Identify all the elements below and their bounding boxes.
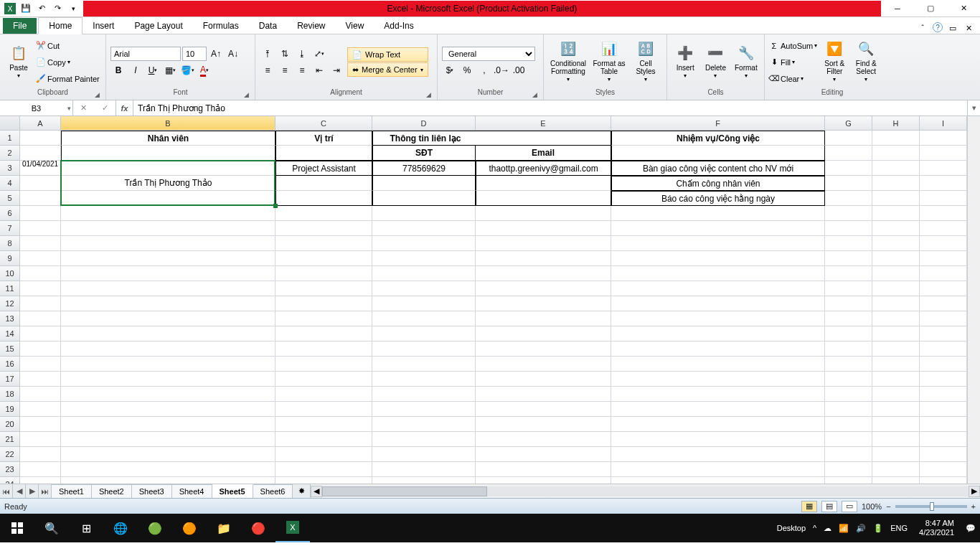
cell-F10[interactable]: [611, 266, 825, 281]
cell-E16[interactable]: [476, 357, 611, 372]
cell-I14[interactable]: [920, 326, 967, 342]
format-painter-icon[interactable]: 🖌️: [36, 74, 46, 84]
cell-H1[interactable]: [872, 131, 920, 146]
cell-A9[interactable]: [20, 251, 61, 266]
cell-G3[interactable]: [825, 161, 872, 176]
format-cells-button[interactable]: 🔧Format▾: [732, 44, 760, 81]
cell-E14[interactable]: [476, 326, 611, 342]
cell-E8[interactable]: [476, 236, 611, 251]
col-header-B[interactable]: B: [61, 116, 275, 131]
cell-E1[interactable]: [476, 131, 611, 146]
cell-I6[interactable]: [920, 206, 967, 221]
cell-H4[interactable]: [872, 176, 920, 191]
cell-I1[interactable]: [920, 131, 967, 146]
cell-I24[interactable]: [920, 477, 967, 484]
window-restore-icon[interactable]: ▭: [947, 22, 958, 34]
start-button[interactable]: [0, 514, 34, 542]
align-center-icon[interactable]: ≡: [277, 63, 293, 77]
fill-icon[interactable]: ⬇: [769, 57, 779, 67]
sheet-tab-Sheet3[interactable]: Sheet3: [132, 484, 172, 498]
cell-E19[interactable]: [476, 402, 611, 417]
row-header-15[interactable]: 15: [0, 342, 20, 357]
cell-A14[interactable]: [20, 326, 61, 342]
cell-B16[interactable]: [61, 357, 275, 372]
cell-C8[interactable]: [275, 236, 372, 251]
cell-G4[interactable]: [825, 176, 872, 191]
cell-B9[interactable]: [61, 251, 275, 266]
cell-G12[interactable]: [825, 296, 872, 311]
cell-C17[interactable]: [275, 372, 372, 387]
col-header-E[interactable]: E: [476, 116, 611, 131]
font-name-select[interactable]: [110, 47, 181, 61]
cell-A5[interactable]: [20, 191, 61, 206]
cell-A16[interactable]: [20, 357, 61, 372]
cell-B10[interactable]: [61, 266, 275, 281]
row-header-11[interactable]: 11: [0, 281, 20, 296]
edge-icon[interactable]: 🌐: [103, 514, 138, 542]
cell-G11[interactable]: [825, 281, 872, 296]
cell-H13[interactable]: [872, 311, 920, 326]
increase-font-icon[interactable]: A↑: [208, 47, 224, 61]
insert-cells-button[interactable]: ➕Insert▾: [672, 44, 699, 81]
cell-F21[interactable]: [611, 432, 825, 447]
row-header-14[interactable]: 14: [0, 326, 20, 342]
row-header-6[interactable]: 6: [0, 206, 20, 221]
cell-C3[interactable]: Project Assistant: [275, 161, 372, 176]
name-box[interactable]: B3▾: [0, 100, 73, 116]
alignment-launcher-icon[interactable]: ◢: [424, 91, 433, 100]
save-icon[interactable]: 💾: [19, 1, 33, 16]
cell-E9[interactable]: [476, 251, 611, 266]
cell-C13[interactable]: [275, 311, 372, 326]
tray-overflow-icon[interactable]: ^: [813, 524, 816, 532]
col-header-C[interactable]: C: [275, 116, 372, 131]
cell-D14[interactable]: [372, 326, 476, 342]
cell-E10[interactable]: [476, 266, 611, 281]
app-icon-2[interactable]: 🟠: [172, 514, 207, 542]
cell-I15[interactable]: [920, 342, 967, 357]
cell-I7[interactable]: [920, 221, 967, 236]
row-header-24[interactable]: 24: [0, 477, 20, 484]
cell-A1[interactable]: [20, 131, 61, 146]
cell-D3[interactable]: 778569629: [372, 161, 476, 176]
hscroll-right-icon[interactable]: ▶: [969, 486, 980, 497]
row-header-2[interactable]: 2: [0, 146, 20, 161]
col-header-A[interactable]: A: [20, 116, 61, 131]
sheet-nav-prev-icon[interactable]: ◀: [13, 484, 26, 498]
normal-view-icon[interactable]: ▦: [801, 501, 817, 512]
row-header-5[interactable]: 5: [0, 191, 20, 206]
cell-A2[interactable]: [20, 146, 61, 161]
cell-D1[interactable]: Thông tin liên lạc: [372, 131, 476, 146]
copy-icon[interactable]: 📄: [36, 57, 46, 67]
cell-D19[interactable]: [372, 402, 476, 417]
worksheet-grid[interactable]: ABCDEFGHI1Nhân viênVị tríThông tin liên …: [0, 116, 980, 484]
cell-E7[interactable]: [476, 221, 611, 236]
cell-G24[interactable]: [825, 477, 872, 484]
cell-C6[interactable]: [275, 206, 372, 221]
cell-B23[interactable]: [61, 462, 275, 477]
cell-I23[interactable]: [920, 462, 967, 477]
cell-D12[interactable]: [372, 296, 476, 311]
cell-G9[interactable]: [825, 251, 872, 266]
cell-E6[interactable]: [476, 206, 611, 221]
format-painter-label[interactable]: Format Painter: [47, 75, 100, 83]
italic-button[interactable]: I: [128, 63, 143, 77]
cell-H23[interactable]: [872, 462, 920, 477]
cell-B22[interactable]: [61, 447, 275, 462]
clipboard-launcher-icon[interactable]: ◢: [93, 91, 101, 100]
cell-A12[interactable]: [20, 296, 61, 311]
cell-A6[interactable]: [20, 206, 61, 221]
align-bottom-icon[interactable]: ⭳: [294, 47, 310, 61]
cell-F9[interactable]: [611, 251, 825, 266]
sheet-tab-Sheet5[interactable]: Sheet5: [212, 484, 253, 498]
cell-D8[interactable]: [372, 236, 476, 251]
fx-icon[interactable]: fx: [116, 100, 133, 116]
cell-H10[interactable]: [872, 266, 920, 281]
row-header-13[interactable]: 13: [0, 311, 20, 326]
cell-I19[interactable]: [920, 402, 967, 417]
cell-A15[interactable]: [20, 342, 61, 357]
row-header-7[interactable]: 7: [0, 221, 20, 236]
tray-language[interactable]: ENG: [890, 524, 908, 532]
format-as-table-button[interactable]: 📊Format as Table▾: [591, 39, 627, 85]
cell-G5[interactable]: [825, 191, 872, 206]
redo-icon[interactable]: ↷: [50, 1, 65, 16]
